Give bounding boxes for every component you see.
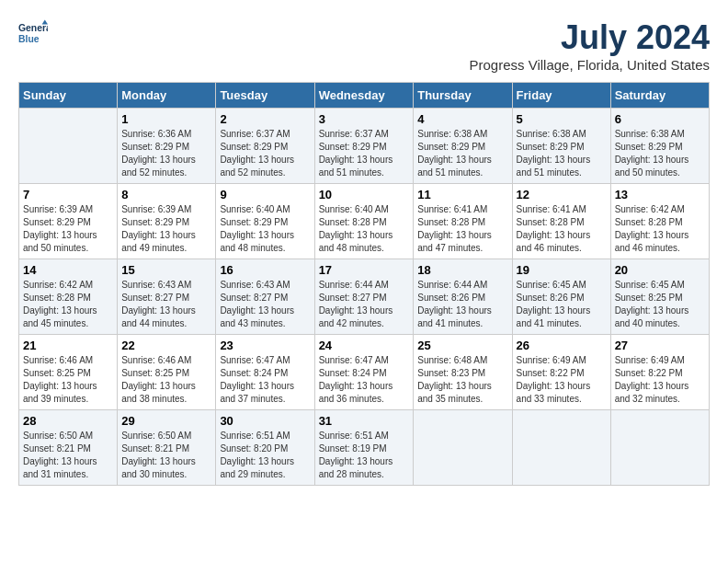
calendar-cell: 26Sunrise: 6:49 AMSunset: 8:22 PMDayligh…: [512, 335, 610, 410]
day-number: 9: [220, 188, 310, 201]
day-of-week-header: Friday: [512, 83, 610, 109]
calendar-cell: 3Sunrise: 6:37 AMSunset: 8:29 PMDaylight…: [314, 109, 414, 184]
day-number: 10: [319, 188, 410, 201]
day-number: 11: [417, 188, 507, 201]
calendar-cell: 6Sunrise: 6:38 AMSunset: 8:29 PMDaylight…: [610, 109, 709, 184]
logo: General Blue: [18, 18, 48, 48]
day-number: 15: [121, 263, 211, 277]
day-number: 7: [23, 188, 113, 201]
day-info: Sunrise: 6:45 AMSunset: 8:26 PMDaylight:…: [517, 279, 607, 330]
calendar-cell: 22Sunrise: 6:46 AMSunset: 8:25 PMDayligh…: [118, 335, 216, 410]
day-info: Sunrise: 6:48 AMSunset: 8:23 PMDaylight:…: [417, 354, 507, 406]
calendar-cell: 20Sunrise: 6:45 AMSunset: 8:25 PMDayligh…: [610, 259, 709, 335]
day-number: 20: [615, 263, 705, 277]
calendar-cell: 17Sunrise: 6:44 AMSunset: 8:27 PMDayligh…: [314, 259, 414, 335]
calendar-cell: 8Sunrise: 6:39 AMSunset: 8:29 PMDaylight…: [118, 184, 216, 259]
calendar-cell: [19, 109, 118, 184]
day-number: 3: [319, 112, 410, 126]
day-info: Sunrise: 6:51 AMSunset: 8:20 PMDaylight:…: [220, 430, 310, 481]
calendar-cell: 1Sunrise: 6:36 AMSunset: 8:29 PMDaylight…: [118, 109, 216, 184]
calendar-cell: 25Sunrise: 6:48 AMSunset: 8:23 PMDayligh…: [414, 335, 512, 410]
calendar-cell: 28Sunrise: 6:50 AMSunset: 8:21 PMDayligh…: [19, 410, 118, 486]
day-info: Sunrise: 6:40 AMSunset: 8:29 PMDaylight:…: [220, 203, 310, 255]
day-info: Sunrise: 6:46 AMSunset: 8:25 PMDaylight:…: [23, 354, 113, 406]
day-info: Sunrise: 6:45 AMSunset: 8:25 PMDaylight:…: [615, 279, 705, 330]
main-title: July 2024: [469, 18, 710, 57]
day-info: Sunrise: 6:50 AMSunset: 8:21 PMDaylight:…: [23, 430, 113, 481]
calendar-week-row: 28Sunrise: 6:50 AMSunset: 8:21 PMDayligh…: [19, 410, 710, 486]
calendar-cell: 29Sunrise: 6:50 AMSunset: 8:21 PMDayligh…: [118, 410, 216, 486]
day-info: Sunrise: 6:37 AMSunset: 8:29 PMDaylight:…: [319, 128, 410, 179]
day-info: Sunrise: 6:44 AMSunset: 8:27 PMDaylight:…: [319, 279, 410, 330]
calendar-cell: 12Sunrise: 6:41 AMSunset: 8:28 PMDayligh…: [512, 184, 610, 259]
day-info: Sunrise: 6:36 AMSunset: 8:29 PMDaylight:…: [121, 128, 211, 179]
page-header: General Blue July 2024 Progress Village,…: [18, 18, 710, 73]
calendar-header: SundayMondayTuesdayWednesdayThursdayFrid…: [19, 83, 710, 109]
day-number: 5: [517, 112, 607, 126]
day-number: 13: [615, 188, 705, 201]
day-info: Sunrise: 6:46 AMSunset: 8:25 PMDaylight:…: [121, 354, 211, 406]
calendar-week-row: 7Sunrise: 6:39 AMSunset: 8:29 PMDaylight…: [19, 184, 710, 259]
day-info: Sunrise: 6:49 AMSunset: 8:22 PMDaylight:…: [615, 354, 705, 406]
calendar-cell: 18Sunrise: 6:44 AMSunset: 8:26 PMDayligh…: [414, 259, 512, 335]
day-info: Sunrise: 6:43 AMSunset: 8:27 PMDaylight:…: [220, 279, 310, 330]
day-number: 17: [319, 263, 410, 277]
calendar-cell: 2Sunrise: 6:37 AMSunset: 8:29 PMDaylight…: [216, 109, 314, 184]
day-of-week-header: Saturday: [610, 83, 709, 109]
calendar-cell: [414, 410, 512, 486]
day-of-week-header: Sunday: [19, 83, 118, 109]
day-number: 21: [23, 339, 113, 352]
svg-text:General: General: [18, 23, 48, 33]
day-info: Sunrise: 6:42 AMSunset: 8:28 PMDaylight:…: [23, 279, 113, 330]
day-info: Sunrise: 6:38 AMSunset: 8:29 PMDaylight:…: [517, 128, 607, 179]
day-number: 18: [417, 263, 507, 277]
day-info: Sunrise: 6:39 AMSunset: 8:29 PMDaylight:…: [23, 203, 113, 255]
calendar-cell: 15Sunrise: 6:43 AMSunset: 8:27 PMDayligh…: [118, 259, 216, 335]
day-number: 24: [319, 339, 410, 352]
logo-icon: General Blue: [18, 18, 48, 48]
day-info: Sunrise: 6:41 AMSunset: 8:28 PMDaylight:…: [517, 203, 607, 255]
day-info: Sunrise: 6:43 AMSunset: 8:27 PMDaylight:…: [121, 279, 211, 330]
day-info: Sunrise: 6:49 AMSunset: 8:22 PMDaylight:…: [517, 354, 607, 406]
calendar-cell: 16Sunrise: 6:43 AMSunset: 8:27 PMDayligh…: [216, 259, 314, 335]
day-info: Sunrise: 6:44 AMSunset: 8:26 PMDaylight:…: [417, 279, 507, 330]
day-of-week-header: Thursday: [414, 83, 512, 109]
days-of-week-row: SundayMondayTuesdayWednesdayThursdayFrid…: [19, 83, 710, 109]
calendar-week-row: 1Sunrise: 6:36 AMSunset: 8:29 PMDaylight…: [19, 109, 710, 184]
day-number: 14: [23, 263, 113, 277]
calendar-cell: 24Sunrise: 6:47 AMSunset: 8:24 PMDayligh…: [314, 335, 414, 410]
day-number: 6: [615, 112, 705, 126]
subtitle: Progress Village, Florida, United States: [469, 57, 710, 73]
calendar-cell: 5Sunrise: 6:38 AMSunset: 8:29 PMDaylight…: [512, 109, 610, 184]
title-block: July 2024 Progress Village, Florida, Uni…: [469, 18, 710, 73]
day-of-week-header: Wednesday: [314, 83, 414, 109]
day-number: 30: [220, 414, 310, 428]
calendar-cell: 4Sunrise: 6:38 AMSunset: 8:29 PMDaylight…: [414, 109, 512, 184]
calendar-cell: [610, 410, 709, 486]
day-number: 12: [517, 188, 607, 201]
calendar-cell: 14Sunrise: 6:42 AMSunset: 8:28 PMDayligh…: [19, 259, 118, 335]
day-number: 29: [121, 414, 211, 428]
day-info: Sunrise: 6:40 AMSunset: 8:28 PMDaylight:…: [319, 203, 410, 255]
calendar-table: SundayMondayTuesdayWednesdayThursdayFrid…: [18, 82, 710, 486]
day-info: Sunrise: 6:42 AMSunset: 8:28 PMDaylight:…: [615, 203, 705, 255]
day-number: 31: [319, 414, 410, 428]
calendar-cell: 23Sunrise: 6:47 AMSunset: 8:24 PMDayligh…: [216, 335, 314, 410]
day-number: 26: [517, 339, 607, 352]
calendar-cell: 11Sunrise: 6:41 AMSunset: 8:28 PMDayligh…: [414, 184, 512, 259]
day-of-week-header: Tuesday: [216, 83, 314, 109]
day-number: 1: [121, 112, 211, 126]
day-number: 16: [220, 263, 310, 277]
calendar-cell: 9Sunrise: 6:40 AMSunset: 8:29 PMDaylight…: [216, 184, 314, 259]
day-info: Sunrise: 6:37 AMSunset: 8:29 PMDaylight:…: [220, 128, 310, 179]
calendar-cell: 10Sunrise: 6:40 AMSunset: 8:28 PMDayligh…: [314, 184, 414, 259]
day-info: Sunrise: 6:38 AMSunset: 8:29 PMDaylight:…: [615, 128, 705, 179]
day-number: 23: [220, 339, 310, 352]
day-number: 8: [121, 188, 211, 201]
calendar-week-row: 14Sunrise: 6:42 AMSunset: 8:28 PMDayligh…: [19, 259, 710, 335]
day-info: Sunrise: 6:51 AMSunset: 8:19 PMDaylight:…: [319, 430, 410, 481]
calendar-cell: 21Sunrise: 6:46 AMSunset: 8:25 PMDayligh…: [19, 335, 118, 410]
day-number: 28: [23, 414, 113, 428]
calendar-cell: [512, 410, 610, 486]
calendar-week-row: 21Sunrise: 6:46 AMSunset: 8:25 PMDayligh…: [19, 335, 710, 410]
